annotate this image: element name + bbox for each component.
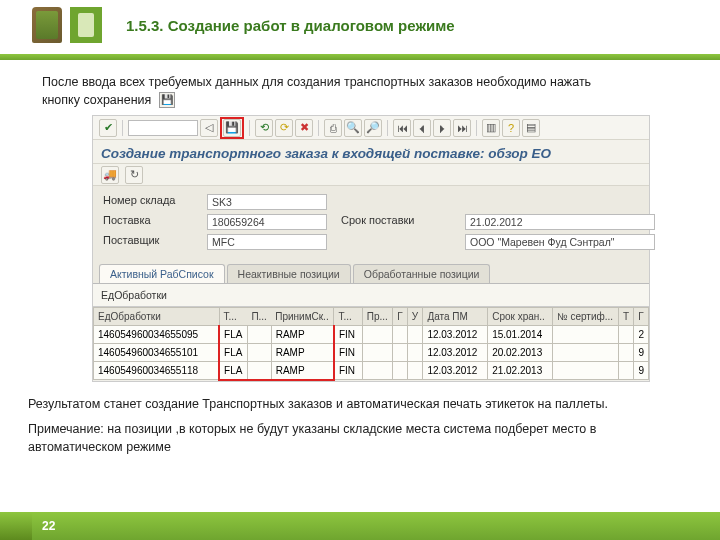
col-g[interactable]: Г: [393, 308, 408, 326]
customize-icon[interactable]: ▤: [522, 119, 540, 137]
cell-edobr[interactable]: 146054960034655118: [94, 362, 220, 380]
sap-window-title: Создание транспортного заказа к входящей…: [93, 140, 649, 164]
first-page-icon[interactable]: ⏮: [393, 119, 411, 137]
truck-icon[interactable]: 🚚: [101, 166, 119, 184]
table-header-row: ЕдОбработки Т... П... ПринимСк.. Т... Пр…: [94, 308, 649, 326]
col-g2[interactable]: Г: [634, 308, 649, 326]
cell-t2[interactable]: FIN: [334, 326, 362, 344]
supplier-label: Поставщик: [103, 234, 193, 250]
find-next-icon[interactable]: 🔎: [364, 119, 382, 137]
nav-exit-icon[interactable]: ⟳: [275, 119, 293, 137]
cell-sert[interactable]: [552, 344, 618, 362]
cell-tg[interactable]: [618, 362, 633, 380]
col-tg[interactable]: Т: [618, 308, 633, 326]
cell-datapm[interactable]: 12.03.2012: [423, 362, 488, 380]
delivery-date-label: Срок поставки: [341, 214, 451, 230]
cell-g[interactable]: [393, 344, 408, 362]
cell-prin[interactable]: RAMP: [271, 344, 334, 362]
cell-t1[interactable]: FLA: [219, 362, 247, 380]
cell-p[interactable]: [247, 344, 271, 362]
cell-last[interactable]: 9: [634, 362, 649, 380]
col-t1[interactable]: Т...: [219, 308, 247, 326]
find-icon[interactable]: 🔍: [344, 119, 362, 137]
tab-active-list[interactable]: Активный РабСписок: [99, 264, 225, 283]
cell-p[interactable]: [247, 326, 271, 344]
cell-p[interactable]: [247, 362, 271, 380]
toolbar-divider: [122, 120, 123, 136]
sap-main-toolbar: ✔ ◁ 💾 ⟲ ⟳ ✖ ⎙ 🔍 🔎 ⏮ ⏴ ⏵ ⏭ ▥ ? ▤: [93, 116, 649, 140]
toolbar-divider: [318, 120, 319, 136]
data-table: ЕдОбработки Т... П... ПринимСк.. Т... Пр…: [93, 307, 649, 381]
cell-srok[interactable]: 21.02.2013: [488, 362, 553, 380]
cell-tg[interactable]: [618, 344, 633, 362]
cell-datapm[interactable]: 12.03.2012: [423, 344, 488, 362]
nav-back-icon[interactable]: ⟲: [255, 119, 273, 137]
emblem-icon: [32, 7, 62, 43]
cell-srok[interactable]: 15.01.2014: [488, 326, 553, 344]
supplier-name[interactable]: ООО "Маревен Фуд Сэнтрал": [465, 234, 655, 250]
help-icon[interactable]: ?: [502, 119, 520, 137]
cell-t2[interactable]: FIN: [334, 344, 362, 362]
cell-pr[interactable]: [362, 344, 392, 362]
cell-srok[interactable]: 20.02.2013: [488, 344, 553, 362]
col-t2[interactable]: Т...: [334, 308, 362, 326]
table-row[interactable]: 146054960034655101FLARAMPFIN12.03.201220…: [94, 344, 649, 362]
cell-sert[interactable]: [552, 362, 618, 380]
cell-pr[interactable]: [362, 326, 392, 344]
cell-u[interactable]: [407, 362, 423, 380]
col-p[interactable]: П...: [247, 308, 271, 326]
cell-g[interactable]: [393, 326, 408, 344]
delivery-value[interactable]: 180659264: [207, 214, 327, 230]
warehouse-value[interactable]: SK3: [207, 194, 327, 210]
col-u[interactable]: У: [407, 308, 423, 326]
cell-last[interactable]: 9: [634, 344, 649, 362]
header-fields: Номер склада SK3 Поставка 180659264 Срок…: [93, 186, 649, 258]
table-row[interactable]: 146054960034655118FLARAMPFIN12.03.201221…: [94, 362, 649, 380]
refresh-icon[interactable]: ↻: [125, 166, 143, 184]
cell-sert[interactable]: [552, 326, 618, 344]
supplier-value[interactable]: MFC: [207, 234, 327, 250]
delivery-date-value[interactable]: 21.02.2012: [465, 214, 655, 230]
save-button[interactable]: 💾: [223, 119, 241, 137]
cancel-icon[interactable]: ✖: [295, 119, 313, 137]
table-row[interactable]: 146054960034655095FLARAMPFIN12.03.201215…: [94, 326, 649, 344]
print-icon[interactable]: ⎙: [324, 119, 342, 137]
cell-tg[interactable]: [618, 326, 633, 344]
cell-edobr[interactable]: 146054960034655095: [94, 326, 220, 344]
delivery-label: Поставка: [103, 214, 193, 230]
col-edobr[interactable]: ЕдОбработки: [94, 308, 220, 326]
sap-window: ✔ ◁ 💾 ⟲ ⟳ ✖ ⎙ 🔍 🔎 ⏮ ⏴ ⏵ ⏭ ▥ ? ▤ Создание…: [92, 115, 650, 382]
cell-pr[interactable]: [362, 362, 392, 380]
cell-t1[interactable]: FLA: [219, 326, 247, 344]
cell-prin[interactable]: RAMP: [271, 362, 334, 380]
col-srok[interactable]: Срок хран..: [488, 308, 553, 326]
intro-line1: После ввода всех требуемых данных для со…: [42, 75, 591, 89]
slide-title: 1.5.3. Создание работ в диалоговом режим…: [126, 17, 455, 34]
back-icon[interactable]: ◁: [200, 119, 218, 137]
tab-inactive[interactable]: Неактивные позиции: [227, 264, 351, 283]
col-prin[interactable]: ПринимСк..: [271, 308, 334, 326]
tab-processed[interactable]: Обработанные позиции: [353, 264, 491, 283]
page-number: 22: [42, 519, 55, 533]
col-datapm[interactable]: Дата ПМ: [423, 308, 488, 326]
cell-t2[interactable]: FIN: [334, 362, 362, 380]
next-page-icon[interactable]: ⏵: [433, 119, 451, 137]
cell-prin[interactable]: RAMP: [271, 326, 334, 344]
cell-u[interactable]: [407, 344, 423, 362]
prev-page-icon[interactable]: ⏴: [413, 119, 431, 137]
footer-accent-block: [0, 512, 32, 540]
col-pr[interactable]: Пр...: [362, 308, 392, 326]
cell-edobr[interactable]: 146054960034655101: [94, 344, 220, 362]
ok-icon[interactable]: ✔: [99, 119, 117, 137]
col-sert[interactable]: № сертиф...: [552, 308, 618, 326]
command-field[interactable]: [128, 120, 198, 136]
cell-datapm[interactable]: 12.03.2012: [423, 326, 488, 344]
cell-t1[interactable]: FLA: [219, 344, 247, 362]
last-page-icon[interactable]: ⏭: [453, 119, 471, 137]
slide-footer: 22: [0, 512, 720, 540]
table-title: ЕдОбработки: [93, 284, 649, 307]
layout-icon[interactable]: ▥: [482, 119, 500, 137]
cell-last[interactable]: 2: [634, 326, 649, 344]
cell-g[interactable]: [393, 362, 408, 380]
cell-u[interactable]: [407, 326, 423, 344]
